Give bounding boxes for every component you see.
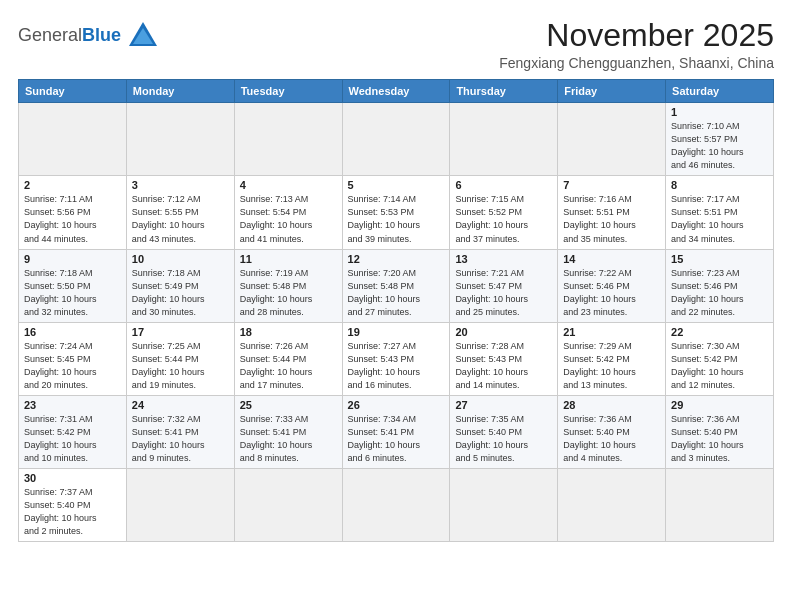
day-number: 26 [348, 399, 445, 411]
location-title: Fengxiang Chengguanzhen, Shaanxi, China [499, 55, 774, 71]
day-number: 14 [563, 253, 660, 265]
day-number: 2 [24, 179, 121, 191]
calendar-cell: 27Sunrise: 7:35 AM Sunset: 5:40 PM Dayli… [450, 395, 558, 468]
logo-text: GeneralBlue [18, 26, 121, 46]
day-number: 6 [455, 179, 552, 191]
calendar-cell [342, 469, 450, 542]
weekday-header-sunday: Sunday [19, 80, 127, 103]
title-block: November 2025 Fengxiang Chengguanzhen, S… [499, 18, 774, 71]
day-info: Sunrise: 7:18 AM Sunset: 5:49 PM Dayligh… [132, 267, 229, 319]
day-info: Sunrise: 7:25 AM Sunset: 5:44 PM Dayligh… [132, 340, 229, 392]
day-number: 10 [132, 253, 229, 265]
calendar-cell: 1Sunrise: 7:10 AM Sunset: 5:57 PM Daylig… [666, 103, 774, 176]
day-number: 21 [563, 326, 660, 338]
calendar-cell: 22Sunrise: 7:30 AM Sunset: 5:42 PM Dayli… [666, 322, 774, 395]
day-number: 11 [240, 253, 337, 265]
weekday-header-thursday: Thursday [450, 80, 558, 103]
day-info: Sunrise: 7:31 AM Sunset: 5:42 PM Dayligh… [24, 413, 121, 465]
day-info: Sunrise: 7:27 AM Sunset: 5:43 PM Dayligh… [348, 340, 445, 392]
day-number: 1 [671, 106, 768, 118]
day-number: 29 [671, 399, 768, 411]
day-number: 24 [132, 399, 229, 411]
calendar-cell: 12Sunrise: 7:20 AM Sunset: 5:48 PM Dayli… [342, 249, 450, 322]
calendar-cell: 16Sunrise: 7:24 AM Sunset: 5:45 PM Dayli… [19, 322, 127, 395]
calendar-cell: 9Sunrise: 7:18 AM Sunset: 5:50 PM Daylig… [19, 249, 127, 322]
calendar-cell: 20Sunrise: 7:28 AM Sunset: 5:43 PM Dayli… [450, 322, 558, 395]
day-info: Sunrise: 7:10 AM Sunset: 5:57 PM Dayligh… [671, 120, 768, 172]
day-number: 7 [563, 179, 660, 191]
calendar-cell: 23Sunrise: 7:31 AM Sunset: 5:42 PM Dayli… [19, 395, 127, 468]
day-number: 12 [348, 253, 445, 265]
day-info: Sunrise: 7:36 AM Sunset: 5:40 PM Dayligh… [671, 413, 768, 465]
weekday-header-tuesday: Tuesday [234, 80, 342, 103]
day-info: Sunrise: 7:28 AM Sunset: 5:43 PM Dayligh… [455, 340, 552, 392]
day-number: 25 [240, 399, 337, 411]
day-number: 20 [455, 326, 552, 338]
day-info: Sunrise: 7:18 AM Sunset: 5:50 PM Dayligh… [24, 267, 121, 319]
weekday-header-monday: Monday [126, 80, 234, 103]
header-area: GeneralBlue November 2025 Fengxiang Chen… [18, 18, 774, 71]
calendar-cell [450, 469, 558, 542]
weekday-header-wednesday: Wednesday [342, 80, 450, 103]
day-info: Sunrise: 7:16 AM Sunset: 5:51 PM Dayligh… [563, 193, 660, 245]
calendar-cell: 3Sunrise: 7:12 AM Sunset: 5:55 PM Daylig… [126, 176, 234, 249]
month-title: November 2025 [499, 18, 774, 53]
day-number: 8 [671, 179, 768, 191]
calendar-cell: 28Sunrise: 7:36 AM Sunset: 5:40 PM Dayli… [558, 395, 666, 468]
day-info: Sunrise: 7:13 AM Sunset: 5:54 PM Dayligh… [240, 193, 337, 245]
weekday-header-friday: Friday [558, 80, 666, 103]
calendar-cell [558, 469, 666, 542]
day-info: Sunrise: 7:32 AM Sunset: 5:41 PM Dayligh… [132, 413, 229, 465]
day-number: 30 [24, 472, 121, 484]
day-info: Sunrise: 7:36 AM Sunset: 5:40 PM Dayligh… [563, 413, 660, 465]
day-info: Sunrise: 7:37 AM Sunset: 5:40 PM Dayligh… [24, 486, 121, 538]
logo-blue-text: Blue [82, 25, 121, 45]
calendar-cell [234, 469, 342, 542]
day-number: 19 [348, 326, 445, 338]
day-info: Sunrise: 7:20 AM Sunset: 5:48 PM Dayligh… [348, 267, 445, 319]
day-info: Sunrise: 7:11 AM Sunset: 5:56 PM Dayligh… [24, 193, 121, 245]
day-number: 5 [348, 179, 445, 191]
day-number: 4 [240, 179, 337, 191]
day-info: Sunrise: 7:14 AM Sunset: 5:53 PM Dayligh… [348, 193, 445, 245]
calendar-cell [234, 103, 342, 176]
calendar-cell: 10Sunrise: 7:18 AM Sunset: 5:49 PM Dayli… [126, 249, 234, 322]
day-number: 17 [132, 326, 229, 338]
calendar-cell [558, 103, 666, 176]
day-info: Sunrise: 7:23 AM Sunset: 5:46 PM Dayligh… [671, 267, 768, 319]
day-info: Sunrise: 7:35 AM Sunset: 5:40 PM Dayligh… [455, 413, 552, 465]
day-info: Sunrise: 7:17 AM Sunset: 5:51 PM Dayligh… [671, 193, 768, 245]
weekday-header-row: SundayMondayTuesdayWednesdayThursdayFrid… [19, 80, 774, 103]
calendar-cell: 6Sunrise: 7:15 AM Sunset: 5:52 PM Daylig… [450, 176, 558, 249]
calendar-week-row: 1Sunrise: 7:10 AM Sunset: 5:57 PM Daylig… [19, 103, 774, 176]
day-number: 13 [455, 253, 552, 265]
calendar-cell: 17Sunrise: 7:25 AM Sunset: 5:44 PM Dayli… [126, 322, 234, 395]
day-info: Sunrise: 7:22 AM Sunset: 5:46 PM Dayligh… [563, 267, 660, 319]
day-info: Sunrise: 7:33 AM Sunset: 5:41 PM Dayligh… [240, 413, 337, 465]
calendar-cell: 24Sunrise: 7:32 AM Sunset: 5:41 PM Dayli… [126, 395, 234, 468]
calendar-cell: 29Sunrise: 7:36 AM Sunset: 5:40 PM Dayli… [666, 395, 774, 468]
calendar-cell: 30Sunrise: 7:37 AM Sunset: 5:40 PM Dayli… [19, 469, 127, 542]
calendar-page: GeneralBlue November 2025 Fengxiang Chen… [0, 0, 792, 612]
day-number: 23 [24, 399, 121, 411]
calendar-cell [19, 103, 127, 176]
day-info: Sunrise: 7:19 AM Sunset: 5:48 PM Dayligh… [240, 267, 337, 319]
calendar-cell: 19Sunrise: 7:27 AM Sunset: 5:43 PM Dayli… [342, 322, 450, 395]
day-info: Sunrise: 7:21 AM Sunset: 5:47 PM Dayligh… [455, 267, 552, 319]
logo: GeneralBlue [18, 18, 161, 54]
calendar-cell: 14Sunrise: 7:22 AM Sunset: 5:46 PM Dayli… [558, 249, 666, 322]
calendar-cell: 11Sunrise: 7:19 AM Sunset: 5:48 PM Dayli… [234, 249, 342, 322]
calendar-week-row: 2Sunrise: 7:11 AM Sunset: 5:56 PM Daylig… [19, 176, 774, 249]
day-number: 16 [24, 326, 121, 338]
day-number: 27 [455, 399, 552, 411]
day-number: 3 [132, 179, 229, 191]
logo-icon [125, 18, 161, 54]
calendar-cell [342, 103, 450, 176]
calendar-cell [126, 103, 234, 176]
day-number: 22 [671, 326, 768, 338]
calendar-cell: 4Sunrise: 7:13 AM Sunset: 5:54 PM Daylig… [234, 176, 342, 249]
weekday-header-saturday: Saturday [666, 80, 774, 103]
day-number: 28 [563, 399, 660, 411]
calendar-cell: 7Sunrise: 7:16 AM Sunset: 5:51 PM Daylig… [558, 176, 666, 249]
calendar-cell: 25Sunrise: 7:33 AM Sunset: 5:41 PM Dayli… [234, 395, 342, 468]
